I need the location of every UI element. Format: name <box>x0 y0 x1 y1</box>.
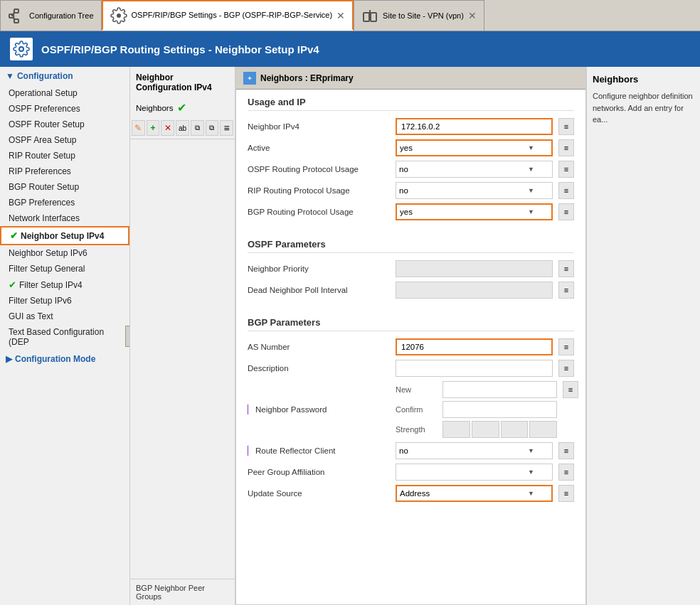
as-number-input[interactable] <box>396 338 553 355</box>
description-label: Description <box>248 364 390 373</box>
sidebar-item-bgp-preferences[interactable]: BGP Preferences <box>0 195 129 210</box>
strength-label: Strength <box>396 425 438 434</box>
ospf-routing-action[interactable]: ≡ <box>558 161 574 178</box>
tab-config-tree[interactable]: Configuration Tree <box>0 0 102 31</box>
dead-neighbor-row: Dead Neighbor Poll Interval ≡ <box>248 282 574 299</box>
confirm-password-input[interactable] <box>442 401 557 418</box>
rip-routing-select-wrapper: no yes <box>396 182 553 199</box>
tab-config-tree-label: Configuration Tree <box>29 11 94 21</box>
sidebar-item-rip-preferences[interactable]: RIP Preferences <box>0 164 129 179</box>
sidebar-item-gui-as-text[interactable]: GUI as Text <box>0 309 129 324</box>
password-action[interactable]: ≡ <box>563 381 578 398</box>
active-action[interactable]: ≡ <box>558 139 574 156</box>
check-icon-filter-ipv4: ✔ <box>9 279 16 290</box>
sidebar-collapse-button[interactable]: ‹ <box>125 326 130 347</box>
bgp-peer-groups-label: BGP Neighbor Peer Groups <box>130 579 235 605</box>
sidebar-item-neighbor-setup-ipv4[interactable]: ✔ Neighbor Setup IPv4 <box>0 226 129 245</box>
dead-neighbor-action[interactable]: ≡ <box>558 282 574 299</box>
copy-button[interactable]: ⧉ <box>191 120 204 136</box>
peer-group-select[interactable] <box>396 464 553 481</box>
sidebar-item-neighbor-setup-ipv6[interactable]: Neighbor Setup IPv6 <box>0 245 129 261</box>
rip-routing-action[interactable]: ≡ <box>558 182 574 199</box>
ospf-params-title: OSPF Parameters <box>248 239 574 253</box>
sidebar-item-ospf-area-setup[interactable]: OSPF Area Setup <box>0 132 129 148</box>
bgp-routing-action[interactable]: ≡ <box>558 203 574 220</box>
sidebar-item-operational-setup-label: Operational Setup <box>9 88 78 98</box>
sidebar-section-configuration-label: Configuration <box>17 71 73 81</box>
main-layout: ▼ Configuration Operational Setup OSPF P… <box>0 67 700 605</box>
sidebar-item-rip-router-setup-label: RIP Router Setup <box>9 151 75 161</box>
strength-segment-1 <box>442 421 470 438</box>
as-number-action[interactable]: ≡ <box>558 338 574 355</box>
delete-button[interactable]: ✕ <box>161 120 174 136</box>
update-source-action[interactable]: ≡ <box>558 485 574 502</box>
chevron-left-icon: ‹ <box>129 331 130 341</box>
active-row: Active yes no ≡ <box>248 139 574 156</box>
confirm-password-label: Confirm <box>396 405 438 414</box>
new-password-input[interactable] <box>442 381 557 398</box>
sidebar-item-text-based-config[interactable]: Text Based Configuration (DEP <box>0 324 129 350</box>
neighbor-list-panel: Neighbor Configuration IPv4 Neighbors ✔ … <box>130 67 235 605</box>
check-icon-neighbor-ipv4: ✔ <box>10 230 18 241</box>
sidebar-item-rip-router-setup[interactable]: RIP Router Setup <box>0 148 129 164</box>
ospf-routing-row: OSPF Routing Protocol Usage no yes ≡ <box>248 161 574 178</box>
chevron-right-icon: ▶ <box>6 354 12 364</box>
sidebar-item-filter-setup-ipv4[interactable]: ✔ Filter Setup IPv4 <box>0 277 129 293</box>
form-panel: Neighbors : ERprimary Usage and IP Neigh… <box>235 67 586 605</box>
sidebar-item-operational-setup[interactable]: Operational Setup <box>0 85 129 101</box>
paste-button[interactable]: ⧉ <box>206 120 219 136</box>
update-source-select[interactable]: Address <box>396 485 553 502</box>
vpn-icon <box>361 7 378 24</box>
sidebar-item-filter-setup-general[interactable]: Filter Setup General <box>0 261 129 277</box>
password-fields: New Confirm Strength <box>396 381 557 438</box>
sidebar-section-configuration[interactable]: ▼ Configuration <box>0 67 129 85</box>
route-reflector-action[interactable]: ≡ <box>558 442 574 459</box>
sidebar-item-filter-setup-ipv6[interactable]: Filter Setup IPv6 <box>0 293 129 309</box>
add-button[interactable]: + <box>147 120 160 136</box>
rename-button[interactable]: ab <box>176 120 189 136</box>
neighbor-priority-input[interactable] <box>396 260 553 277</box>
active-select[interactable]: yes no <box>396 139 553 156</box>
sidebar: ▼ Configuration Operational Setup OSPF P… <box>0 67 130 605</box>
neighbor-ipv4-label: Neighbor IPv4 <box>248 122 390 131</box>
bgp-routing-select[interactable]: yes no <box>396 203 553 220</box>
sidebar-item-ospf-preferences[interactable]: OSPF Preferences <box>0 101 129 117</box>
info-panel-title: Neighbors <box>593 74 694 85</box>
neighbor-ipv4-action[interactable]: ≡ <box>558 118 574 135</box>
tab-ospf-rip-bgp[interactable]: OSPF/RIP/BGP Settings - BGP (OSPF-RIP-BG… <box>102 0 354 31</box>
sidebar-item-ospf-router-setup[interactable]: OSPF Router Setup <box>0 117 129 132</box>
sidebar-item-network-interfaces[interactable]: Network Interfaces <box>0 210 129 226</box>
route-reflector-select[interactable]: no yes <box>396 442 553 459</box>
more-button[interactable]: ≡ <box>220 120 233 136</box>
description-input[interactable] <box>396 360 553 377</box>
tab-site-to-site[interactable]: Site to Site - VPN (vpn) ✕ <box>354 0 484 31</box>
rip-routing-label: RIP Routing Protocol Usage <box>248 186 390 195</box>
bgp-routing-select-wrapper: yes no <box>396 203 553 220</box>
dead-neighbor-input[interactable] <box>396 282 553 299</box>
description-action[interactable]: ≡ <box>558 360 574 377</box>
neighbor-toolbar: ✎ + ✕ ab ⧉ ⧉ ≡ <box>130 117 235 139</box>
tab-ospf-close[interactable]: ✕ <box>336 10 345 21</box>
sidebar-section-configuration-mode[interactable]: ▶ Configuration Mode <box>0 350 129 368</box>
edit-button[interactable]: ✎ <box>132 120 145 136</box>
form-panel-header: Neighbors : ERprimary <box>236 68 585 90</box>
chevron-down-icon: ▼ <box>6 71 14 81</box>
svg-rect-8 <box>371 13 376 21</box>
tab-site-close[interactable]: ✕ <box>468 10 477 21</box>
sidebar-item-text-based-label: Text Based Configuration (DEP <box>9 327 124 347</box>
rip-routing-select[interactable]: no yes <box>396 182 553 199</box>
svg-rect-7 <box>364 13 369 21</box>
sidebar-item-bgp-router-setup[interactable]: BGP Router Setup <box>0 179 129 195</box>
svg-rect-2 <box>14 19 18 23</box>
peer-group-label: Peer Group Affiliation <box>248 468 390 476</box>
neighbor-priority-action[interactable]: ≡ <box>558 260 574 277</box>
neighbor-password-label: Neighbor Password <box>248 405 390 414</box>
tree-icon <box>8 7 25 24</box>
page-header-icon <box>10 38 33 60</box>
neighbor-ipv4-input[interactable] <box>396 118 553 135</box>
sidebar-item-neighbor-ipv4-label: Neighbor Setup IPv4 <box>21 231 104 241</box>
ospf-routing-select[interactable]: no yes <box>396 161 553 178</box>
peer-group-action[interactable]: ≡ <box>558 464 574 481</box>
active-select-wrapper: yes no <box>396 139 553 156</box>
peer-group-select-wrapper <box>396 464 553 481</box>
